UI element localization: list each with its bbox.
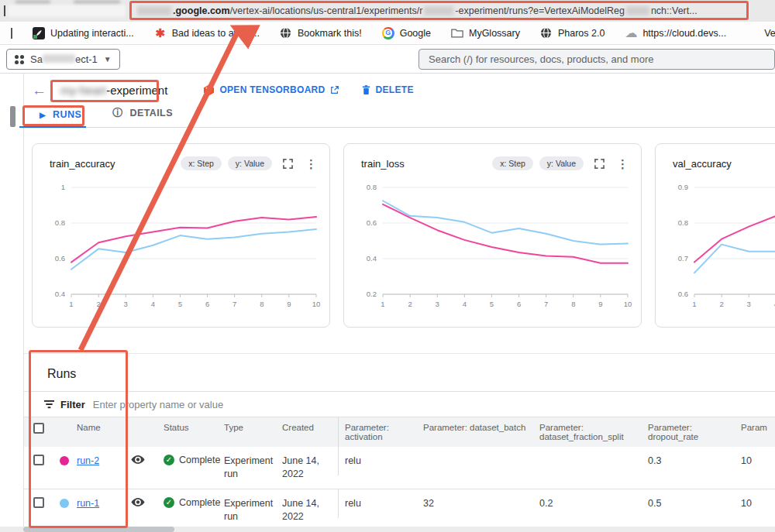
run-color-dot [60,456,69,465]
bookmarks-bar: Updating interacti...✱Bad ideas to avoid… [0,22,775,45]
tab-details[interactable]: ⓘ DETAILS [105,106,187,127]
axis-chip[interactable]: y: Value [539,156,584,170]
line-chart: 0.20.40.60.812345678910 [344,178,635,316]
svg-text:0.8: 0.8 [367,183,377,191]
chevron-down-icon: ▼ [104,55,112,63]
url-segment: r [419,5,422,16]
svg-text:8: 8 [571,300,575,308]
svg-text:9: 9 [287,300,291,308]
bookmark-label: Vendor Portal [764,28,775,39]
svg-text:2: 2 [719,300,723,308]
project-name-redacted [43,54,75,63]
bookmark-item[interactable]: Pharos 2.0 [540,27,604,39]
filter-input[interactable]: Enter property name or value [93,399,775,410]
table-header-cell [131,417,164,428]
eye-icon [131,455,145,465]
row-checkbox[interactable] [33,497,44,508]
page-title-visible: -experiment [106,84,167,97]
bookmark-item[interactable]: Bookmark this! [280,27,362,39]
feather-icon [33,27,45,39]
table-row: run-2✓CompleteExperiment runJune 14, 202… [24,447,775,489]
project-icon [15,55,24,64]
select-all-checkbox[interactable] [33,423,44,434]
svg-text:3: 3 [747,300,751,308]
bookmark-label: Bad ideas to avoid... [172,28,260,39]
svg-text:8: 8 [260,300,264,308]
series-line-run-1 [71,229,316,269]
open-tensorboard-button[interactable]: OPEN TENSORBOARD [203,84,339,96]
row-checkbox-cell [24,489,60,516]
run-name-cell: run-1 [77,489,131,518]
delete-button[interactable]: DELETE [361,84,414,95]
param-cell: 32 [423,489,539,518]
back-arrow-icon[interactable]: ← [32,83,46,98]
horizontal-scrollbar[interactable] [0,527,775,532]
filter-icon [43,400,55,410]
line-chart: 0.40.60.8112345678910 [33,178,323,316]
scroll-indicator[interactable] [10,106,16,127]
url-text[interactable]: .google.com/vertex-ai/locations/us-centr… [136,5,748,17]
chart-axis-chips: x: Stepy: Value [492,156,584,170]
browser-address-bar[interactable]: .google.com/vertex-ai/locations/us-centr… [0,0,775,22]
table-header-cell: Created [282,417,338,438]
bookmark-item[interactable]: ✱Bad ideas to avoid... [154,27,260,39]
google-g-icon [382,27,394,39]
visibility-toggle[interactable] [131,447,164,472]
svg-text:4: 4 [463,300,467,308]
fullscreen-icon[interactable] [594,159,604,169]
tab-runs[interactable]: ▶ RUNS [32,109,95,127]
param-cell: 10 [741,489,775,518]
svg-text:0.6: 0.6 [55,254,65,263]
kebab-menu-icon[interactable]: ⋮ [305,158,317,170]
svg-text:0.6: 0.6 [678,290,688,298]
svg-text:1: 1 [69,300,73,308]
url-segment: nch::Vert... [651,5,698,16]
run-name-cell: run-2 [77,447,131,475]
table-header-cell: Type [224,417,282,438]
series-line-run-2 [694,207,775,262]
svg-text:5: 5 [178,300,182,308]
bookmark-label: Bookmark this! [298,28,362,39]
bookmark-item[interactable]: Google [382,27,431,39]
fullscreen-icon[interactable] [283,159,293,169]
cloud-icon: ☁ [625,27,637,39]
bookmark-label: MyGlossary [469,28,520,39]
active-tab-underline [19,126,86,129]
grid-icon [746,27,759,39]
svg-text:1: 1 [381,300,384,308]
text-cursor [4,5,5,16]
run-name-link[interactable]: run-2 [77,455,99,466]
axis-chip[interactable]: x: Step [181,156,222,170]
status-badge: ✓Complete [164,489,224,516]
run-name-link[interactable]: run-1 [77,498,99,509]
run-created-cell: June 14, 2022 [282,489,338,531]
check-icon: ✓ [164,497,174,508]
bookmark-item[interactable]: Vendor Portal [746,27,775,39]
visibility-toggle[interactable] [131,489,164,515]
chart-card-train-loss: train_lossx: Stepy: Value⋮ 0.20.40.60.81… [343,143,642,328]
info-icon: ⓘ [112,106,122,120]
project-selector[interactable]: Saect-1 ▼ [6,49,120,70]
eye-icon [131,497,145,507]
table-header-cell: Param [741,417,775,438]
param-cell: relu [338,447,423,475]
kebab-menu-icon[interactable]: ⋮ [617,158,629,170]
axis-chip[interactable]: y: Value [228,156,272,170]
chart-title: val_accuracy [673,158,775,170]
series-line-run-2 [383,204,628,263]
folder-icon [451,27,463,39]
bookmark-item[interactable]: Updating interacti... [33,27,134,39]
scrollbar-thumb[interactable] [23,527,174,532]
table-body: run-2✓CompleteExperiment runJune 14, 202… [24,447,775,532]
bookmark-item[interactable]: MyGlossary [451,27,520,39]
svg-text:0.9: 0.9 [678,183,688,191]
status-badge: ✓Complete [164,447,224,473]
search-placeholder: Search (/) for resources, docs, products… [429,53,653,65]
url-segment: .google.com [173,5,230,16]
search-input[interactable]: Search (/) for resources, docs, products… [418,49,775,70]
axis-chip[interactable]: x: Step [492,156,533,170]
bookmark-item[interactable]: ☁https://cloud.devs... [625,27,726,39]
row-checkbox[interactable] [33,455,44,465]
svg-text:0.2: 0.2 [367,290,377,298]
table-header-row: NameStatusTypeCreatedParameter: activati… [24,417,775,447]
